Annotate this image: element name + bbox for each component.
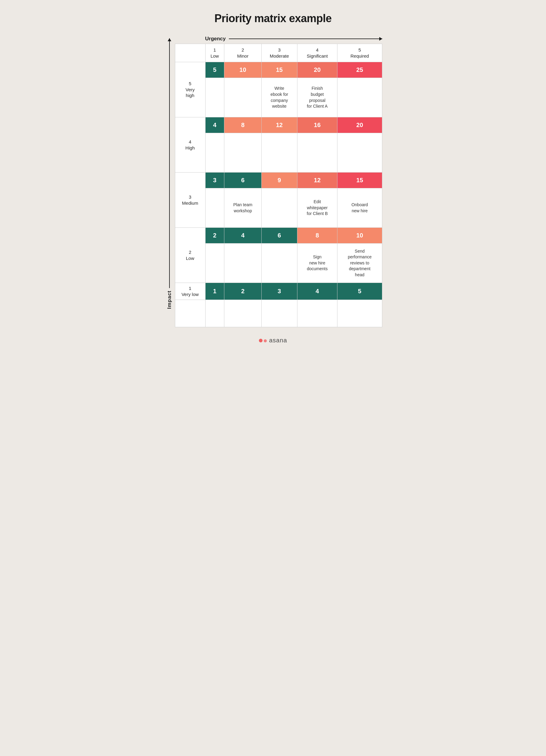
- score-2-5: 10: [337, 228, 382, 244]
- task-2-4: Signnew hiredocuments: [297, 244, 337, 283]
- col-header-4: 4 Significant: [297, 44, 337, 62]
- row-label-1: 1 Very low: [175, 283, 205, 300]
- score-row-2: 2 Low 2 4 6 8 10: [175, 228, 382, 244]
- score-2-4: 8: [297, 228, 337, 244]
- score-1-1: 1: [205, 283, 224, 300]
- task-1-5: [297, 300, 337, 327]
- score-row-4: 4 High 4 8 12 16 20: [175, 117, 382, 133]
- task-5-5: [337, 78, 382, 117]
- task-2-1: [205, 244, 224, 283]
- col-header-5: 5 Required: [337, 44, 382, 62]
- task-3-4: Editwhitepaperfor Client B: [297, 188, 337, 228]
- task-4-4: [297, 133, 337, 173]
- col-4-num: 4: [299, 47, 336, 53]
- asana-logo: asana: [259, 337, 287, 344]
- score-4-5: 20: [337, 117, 382, 133]
- task-2-3: [262, 244, 297, 283]
- score-3-5: 15: [337, 173, 382, 188]
- impact-label: Impact: [166, 291, 173, 309]
- score-2-2: 4: [224, 228, 261, 244]
- task-4-1: [205, 133, 224, 173]
- task-2-5: Sendperformancereviews todepartmenthead: [337, 244, 382, 283]
- score-3-4: 12: [297, 173, 337, 188]
- score-2-1: 2: [205, 228, 224, 244]
- task-row-2: Signnew hiredocuments Sendperformancerev…: [175, 244, 382, 283]
- col-header-3: 3 Moderate: [262, 44, 297, 62]
- score-row-3: 3 Medium 3 6 9 12 15: [175, 173, 382, 188]
- task-3-2: Plan teamworkshop: [224, 188, 261, 228]
- task-row-3: Plan teamworkshop Editwhitepaperfor Clie…: [175, 188, 382, 228]
- score-4-1: 4: [205, 117, 224, 133]
- score-4-2: 8: [224, 117, 261, 133]
- urgency-arrow: [229, 39, 382, 39]
- score-1-5: 5: [337, 283, 382, 300]
- score-row-1: 1 Very low 1 2 3 4 5: [175, 283, 382, 300]
- score-4-3: 12: [262, 117, 297, 133]
- score-row-5: 5 Veryhigh 5 10 15 20 25: [175, 62, 382, 78]
- impact-arrow: [169, 38, 170, 288]
- task-3-3: [262, 188, 297, 228]
- row-label-2: 2 Low: [175, 228, 205, 283]
- task-1-3: [224, 300, 261, 327]
- asana-dot-left: [259, 339, 263, 342]
- score-3-1: 3: [205, 173, 224, 188]
- score-5-5: 25: [337, 62, 382, 78]
- score-2-3: 6: [262, 228, 297, 244]
- matrix-table: 1 Low 2 Minor 3 Moderate 4: [175, 44, 382, 327]
- score-3-3: 9: [262, 173, 297, 188]
- brand-name: asana: [269, 337, 287, 344]
- task-3-5: Onboardnew hire: [337, 188, 382, 228]
- asana-dot-right: [264, 339, 267, 342]
- score-4-4: 16: [297, 117, 337, 133]
- task-1-2: [205, 300, 224, 327]
- score-1-4: 4: [297, 283, 337, 300]
- task-5-3: Writeebook forcompanywebsite: [262, 78, 297, 117]
- col-header-1: 1 Low: [205, 44, 224, 62]
- task-4-5: [337, 133, 382, 173]
- asana-dots-icon: [259, 339, 267, 342]
- col-header-2: 2 Minor: [224, 44, 261, 62]
- column-header-row: 1 Low 2 Minor 3 Moderate 4: [175, 44, 382, 62]
- task-row-5: Writeebook forcompanywebsite Finishbudge…: [175, 78, 382, 117]
- score-5-2: 10: [224, 62, 261, 78]
- task-4-2: [224, 133, 261, 173]
- task-5-2: [224, 78, 261, 117]
- score-3-2: 6: [224, 173, 261, 188]
- score-1-2: 2: [224, 283, 261, 300]
- page-title: Priority matrix example: [164, 12, 382, 25]
- task-4-3: [262, 133, 297, 173]
- col-3-num: 3: [263, 47, 295, 53]
- task-row-1: [175, 300, 382, 327]
- task-5-1: [205, 78, 224, 117]
- chart-area: Impact Urgency 1 Low: [164, 36, 382, 327]
- col-1-num: 1: [207, 47, 222, 53]
- urgency-label: Urgency: [205, 36, 226, 42]
- page-wrapper: Priority matrix example Impact Urgency 1: [164, 12, 382, 344]
- task-2-2: [224, 244, 261, 283]
- task-row-4: [175, 133, 382, 173]
- row-label-5: 5 Veryhigh: [175, 62, 205, 117]
- row-label-3: 3 Medium: [175, 173, 205, 228]
- urgency-header: Urgency: [175, 36, 382, 42]
- task-5-4: Finishbudgetproposalfor Client A: [297, 78, 337, 117]
- col-5-num: 5: [339, 47, 380, 53]
- score-1-3: 3: [262, 283, 297, 300]
- score-5-4: 20: [297, 62, 337, 78]
- score-5-3: 15: [262, 62, 297, 78]
- score-5-1: 5: [205, 62, 224, 78]
- footer: asana: [164, 337, 382, 344]
- task-1-4: [262, 300, 297, 327]
- row-label-4: 4 High: [175, 117, 205, 173]
- empty-corner: [175, 44, 205, 62]
- main-content: Urgency 1 Low 2 Minor: [175, 36, 382, 327]
- task-3-1: [205, 188, 224, 228]
- col-2-num: 2: [226, 47, 260, 53]
- impact-axis: Impact: [164, 36, 175, 327]
- task-1-1: [175, 300, 205, 327]
